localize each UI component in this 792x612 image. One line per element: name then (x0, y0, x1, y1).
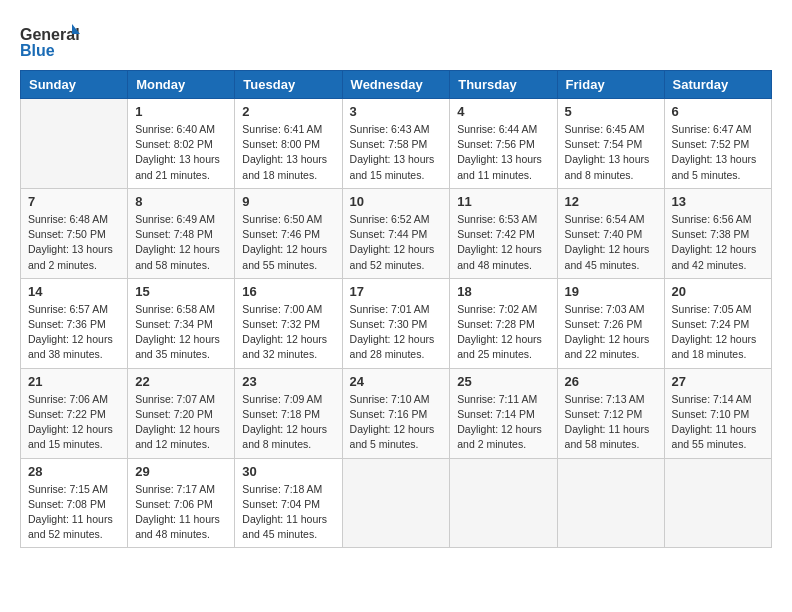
day-number: 17 (350, 284, 443, 299)
logo-icon: General Blue (20, 20, 80, 60)
day-number: 16 (242, 284, 334, 299)
day-info: Sunrise: 6:43 AM Sunset: 7:58 PM Dayligh… (350, 122, 443, 183)
calendar-cell: 22Sunrise: 7:07 AM Sunset: 7:20 PM Dayli… (128, 368, 235, 458)
day-info: Sunrise: 7:18 AM Sunset: 7:04 PM Dayligh… (242, 482, 334, 543)
day-info: Sunrise: 6:50 AM Sunset: 7:46 PM Dayligh… (242, 212, 334, 273)
calendar-cell: 4Sunrise: 6:44 AM Sunset: 7:56 PM Daylig… (450, 99, 557, 189)
day-number: 19 (565, 284, 657, 299)
calendar-cell: 23Sunrise: 7:09 AM Sunset: 7:18 PM Dayli… (235, 368, 342, 458)
day-info: Sunrise: 7:10 AM Sunset: 7:16 PM Dayligh… (350, 392, 443, 453)
calendar-cell: 14Sunrise: 6:57 AM Sunset: 7:36 PM Dayli… (21, 278, 128, 368)
day-number: 9 (242, 194, 334, 209)
day-number: 28 (28, 464, 120, 479)
day-info: Sunrise: 7:13 AM Sunset: 7:12 PM Dayligh… (565, 392, 657, 453)
calendar-cell (557, 458, 664, 548)
day-number: 25 (457, 374, 549, 389)
day-number: 27 (672, 374, 764, 389)
calendar-cell: 16Sunrise: 7:00 AM Sunset: 7:32 PM Dayli… (235, 278, 342, 368)
calendar-cell: 15Sunrise: 6:58 AM Sunset: 7:34 PM Dayli… (128, 278, 235, 368)
calendar-cell (342, 458, 450, 548)
day-number: 22 (135, 374, 227, 389)
calendar-cell: 19Sunrise: 7:03 AM Sunset: 7:26 PM Dayli… (557, 278, 664, 368)
calendar-cell (664, 458, 771, 548)
calendar-cell: 29Sunrise: 7:17 AM Sunset: 7:06 PM Dayli… (128, 458, 235, 548)
calendar-cell: 27Sunrise: 7:14 AM Sunset: 7:10 PM Dayli… (664, 368, 771, 458)
day-info: Sunrise: 6:45 AM Sunset: 7:54 PM Dayligh… (565, 122, 657, 183)
day-info: Sunrise: 7:07 AM Sunset: 7:20 PM Dayligh… (135, 392, 227, 453)
calendar-cell (21, 99, 128, 189)
day-number: 29 (135, 464, 227, 479)
calendar-week-4: 21Sunrise: 7:06 AM Sunset: 7:22 PM Dayli… (21, 368, 772, 458)
calendar-cell: 30Sunrise: 7:18 AM Sunset: 7:04 PM Dayli… (235, 458, 342, 548)
weekday-header-saturday: Saturday (664, 71, 771, 99)
day-number: 15 (135, 284, 227, 299)
calendar-week-2: 7Sunrise: 6:48 AM Sunset: 7:50 PM Daylig… (21, 188, 772, 278)
day-number: 7 (28, 194, 120, 209)
day-number: 5 (565, 104, 657, 119)
calendar-cell (450, 458, 557, 548)
calendar-cell: 20Sunrise: 7:05 AM Sunset: 7:24 PM Dayli… (664, 278, 771, 368)
day-info: Sunrise: 7:14 AM Sunset: 7:10 PM Dayligh… (672, 392, 764, 453)
day-info: Sunrise: 7:09 AM Sunset: 7:18 PM Dayligh… (242, 392, 334, 453)
day-number: 24 (350, 374, 443, 389)
day-info: Sunrise: 7:03 AM Sunset: 7:26 PM Dayligh… (565, 302, 657, 363)
day-number: 13 (672, 194, 764, 209)
day-info: Sunrise: 6:47 AM Sunset: 7:52 PM Dayligh… (672, 122, 764, 183)
calendar-cell: 17Sunrise: 7:01 AM Sunset: 7:30 PM Dayli… (342, 278, 450, 368)
day-info: Sunrise: 7:15 AM Sunset: 7:08 PM Dayligh… (28, 482, 120, 543)
calendar-cell: 5Sunrise: 6:45 AM Sunset: 7:54 PM Daylig… (557, 99, 664, 189)
day-number: 6 (672, 104, 764, 119)
calendar-week-3: 14Sunrise: 6:57 AM Sunset: 7:36 PM Dayli… (21, 278, 772, 368)
calendar-week-1: 1Sunrise: 6:40 AM Sunset: 8:02 PM Daylig… (21, 99, 772, 189)
calendar-cell: 11Sunrise: 6:53 AM Sunset: 7:42 PM Dayli… (450, 188, 557, 278)
day-number: 26 (565, 374, 657, 389)
calendar-table: SundayMondayTuesdayWednesdayThursdayFrid… (20, 70, 772, 548)
calendar-cell: 24Sunrise: 7:10 AM Sunset: 7:16 PM Dayli… (342, 368, 450, 458)
calendar-cell: 8Sunrise: 6:49 AM Sunset: 7:48 PM Daylig… (128, 188, 235, 278)
day-number: 23 (242, 374, 334, 389)
day-info: Sunrise: 7:02 AM Sunset: 7:28 PM Dayligh… (457, 302, 549, 363)
day-info: Sunrise: 7:17 AM Sunset: 7:06 PM Dayligh… (135, 482, 227, 543)
weekday-header-sunday: Sunday (21, 71, 128, 99)
calendar-cell: 26Sunrise: 7:13 AM Sunset: 7:12 PM Dayli… (557, 368, 664, 458)
day-info: Sunrise: 6:44 AM Sunset: 7:56 PM Dayligh… (457, 122, 549, 183)
day-info: Sunrise: 6:48 AM Sunset: 7:50 PM Dayligh… (28, 212, 120, 273)
weekday-header-wednesday: Wednesday (342, 71, 450, 99)
day-info: Sunrise: 7:11 AM Sunset: 7:14 PM Dayligh… (457, 392, 549, 453)
calendar-cell: 7Sunrise: 6:48 AM Sunset: 7:50 PM Daylig… (21, 188, 128, 278)
day-info: Sunrise: 7:06 AM Sunset: 7:22 PM Dayligh… (28, 392, 120, 453)
day-number: 30 (242, 464, 334, 479)
day-number: 2 (242, 104, 334, 119)
weekday-header-tuesday: Tuesday (235, 71, 342, 99)
calendar-cell: 21Sunrise: 7:06 AM Sunset: 7:22 PM Dayli… (21, 368, 128, 458)
calendar-header-row: SundayMondayTuesdayWednesdayThursdayFrid… (21, 71, 772, 99)
day-number: 21 (28, 374, 120, 389)
day-info: Sunrise: 6:52 AM Sunset: 7:44 PM Dayligh… (350, 212, 443, 273)
calendar-cell: 1Sunrise: 6:40 AM Sunset: 8:02 PM Daylig… (128, 99, 235, 189)
calendar-week-5: 28Sunrise: 7:15 AM Sunset: 7:08 PM Dayli… (21, 458, 772, 548)
day-info: Sunrise: 6:53 AM Sunset: 7:42 PM Dayligh… (457, 212, 549, 273)
calendar-cell: 2Sunrise: 6:41 AM Sunset: 8:00 PM Daylig… (235, 99, 342, 189)
calendar-cell: 13Sunrise: 6:56 AM Sunset: 7:38 PM Dayli… (664, 188, 771, 278)
day-number: 18 (457, 284, 549, 299)
day-number: 12 (565, 194, 657, 209)
day-info: Sunrise: 6:57 AM Sunset: 7:36 PM Dayligh… (28, 302, 120, 363)
logo: General Blue (20, 20, 80, 60)
day-info: Sunrise: 6:56 AM Sunset: 7:38 PM Dayligh… (672, 212, 764, 273)
calendar-cell: 25Sunrise: 7:11 AM Sunset: 7:14 PM Dayli… (450, 368, 557, 458)
calendar-cell: 9Sunrise: 6:50 AM Sunset: 7:46 PM Daylig… (235, 188, 342, 278)
day-info: Sunrise: 6:41 AM Sunset: 8:00 PM Dayligh… (242, 122, 334, 183)
page-header: General Blue (20, 20, 772, 60)
svg-text:Blue: Blue (20, 42, 55, 59)
day-info: Sunrise: 6:49 AM Sunset: 7:48 PM Dayligh… (135, 212, 227, 273)
day-number: 1 (135, 104, 227, 119)
day-number: 20 (672, 284, 764, 299)
calendar-cell: 10Sunrise: 6:52 AM Sunset: 7:44 PM Dayli… (342, 188, 450, 278)
weekday-header-thursday: Thursday (450, 71, 557, 99)
day-info: Sunrise: 7:01 AM Sunset: 7:30 PM Dayligh… (350, 302, 443, 363)
calendar-cell: 3Sunrise: 6:43 AM Sunset: 7:58 PM Daylig… (342, 99, 450, 189)
day-info: Sunrise: 6:58 AM Sunset: 7:34 PM Dayligh… (135, 302, 227, 363)
day-number: 11 (457, 194, 549, 209)
svg-text:General: General (20, 26, 80, 43)
day-number: 3 (350, 104, 443, 119)
